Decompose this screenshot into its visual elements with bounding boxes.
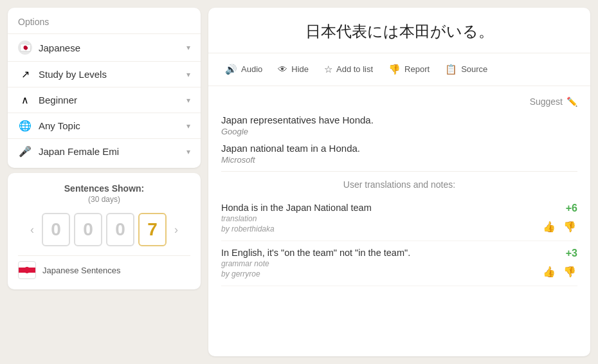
user-translation-1-upvote[interactable]: 👍 [541,219,557,234]
add-to-list-button[interactable]: ☆ Add to list [318,60,379,79]
report-button[interactable]: 👎 Report [382,60,436,79]
topic-chevron-icon: ▾ [186,122,190,131]
digit-2: 0 [106,213,134,246]
language-flag: 🇯🇵 [18,41,32,55]
content-area: Suggest ✏️ Japan representatives have Ho… [208,86,590,356]
user-translation-1-by: by roberthidaka [221,224,372,233]
user-translation-2-downvote[interactable]: 👎 [562,264,577,279]
digit-0: 0 [42,213,70,246]
options-card: Options 🇯🇵 Japanese ▾ ↗ Study by Levels … [8,8,201,168]
topic-icon: 🌐 [18,120,32,132]
digit-3: 7 [138,213,167,246]
hide-label: Hide [291,64,309,74]
study-mode-label: Study by Levels [39,69,180,80]
counter-next-button[interactable]: › [170,221,182,239]
source-label: Source [461,64,487,74]
source-button[interactable]: 📋 Source [439,60,494,79]
hide-button[interactable]: 👁 Hide [271,60,315,78]
suggest-button[interactable]: Suggest ✏️ [530,96,577,107]
counter-prev-button[interactable]: ‹ [26,221,38,239]
action-bar: 🔊 Audio 👁 Hide ☆ Add to list 👎 Report 📋 … [208,53,590,86]
footer-flag [18,261,36,279]
level-label: Beginner [39,95,180,105]
right-panel: 日本代表には本田がいる。 🔊 Audio 👁 Hide ☆ Add to lis… [208,8,590,356]
suggest-label: Suggest [530,96,563,107]
counter-title: Sentences Shown: [18,183,190,194]
voice-label: Japan Female Emi [39,146,180,157]
level-chevron-icon: ▾ [186,96,190,105]
counter-subtitle: (30 days) [18,195,190,204]
google-translation-source: Google [221,127,577,136]
language-chevron-icon: ▾ [186,43,190,52]
user-translation-2-type: grammar note [221,259,410,268]
user-translation-1-text: Honda is in the Japan National team [221,203,372,213]
voice-chevron-icon: ▾ [186,147,190,156]
japanese-sentence: 日本代表には本田がいる。 [221,21,577,42]
user-translation-1-downvote[interactable]: 👎 [562,219,577,234]
user-translation-2-score: +3 [566,248,577,259]
topic-row[interactable]: 🌐 Any Topic ▾ [8,113,201,138]
suggest-row: Suggest ✏️ [221,96,577,107]
user-translation-2-vote-row: 👍 👎 [541,264,577,279]
footer-label: Japanese Sentences [42,266,120,275]
counter-footer: Japanese Sentences [18,255,190,279]
user-translations-header: User translations and notes: [221,171,577,196]
user-translation-row: In English, it's "on the team" not "in t… [221,241,577,286]
options-title: Options [8,17,201,33]
user-translation-2-by: by gerryroe [221,269,410,278]
user-translation-row: Honda is in the Japan National team tran… [221,196,577,241]
report-icon: 👎 [388,64,401,75]
topic-label: Any Topic [39,120,180,131]
study-mode-icon: ↗ [18,68,32,80]
counter-row: ‹ 0 0 0 7 › [18,213,190,246]
user-translation-1-main: Honda is in the Japan National team tran… [221,203,577,234]
user-translation-2-upvote[interactable]: 👍 [541,264,557,279]
level-icon: ∧ [18,94,32,106]
google-translation-text: Japan representatives have Honda. [221,114,577,125]
audio-button[interactable]: 🔊 Audio [219,60,269,79]
user-translation-2-main: In English, it's "on the team" not "in t… [221,248,577,279]
add-to-list-label: Add to list [336,64,373,74]
digit-1: 0 [74,213,102,246]
microsoft-translation-text: Japan national team in a Honda. [221,143,577,154]
voice-row[interactable]: 🎤 Japan Female Emi ▾ [8,138,201,164]
user-translation-1-score: +6 [566,203,577,214]
source-icon: 📋 [445,64,457,75]
microsoft-translation-block: Japan national team in a Honda. Microsof… [221,143,577,165]
google-translation-block: Japan representatives have Honda. Google [221,114,577,136]
hide-icon: 👁 [278,64,287,75]
study-mode-row[interactable]: ↗ Study by Levels ▾ [8,61,201,87]
add-to-list-icon: ☆ [324,64,332,75]
audio-icon: 🔊 [225,64,237,75]
user-translation-1-type: translation [221,214,372,223]
voice-icon: 🎤 [18,145,32,158]
left-panel: Options 🇯🇵 Japanese ▾ ↗ Study by Levels … [8,8,201,356]
report-label: Report [404,64,430,74]
suggest-edit-icon: ✏️ [566,96,577,107]
language-row[interactable]: 🇯🇵 Japanese ▾ [8,33,201,61]
counter-card: Sentences Shown: (30 days) ‹ 0 0 0 7 › J… [8,173,201,289]
microsoft-translation-source: Microsoft [221,155,577,165]
language-label: Japanese [39,42,180,53]
study-mode-chevron-icon: ▾ [186,70,190,79]
sentence-header: 日本代表には本田がいる。 [208,8,590,53]
user-translation-2-text: In English, it's "on the team" not "in t… [221,248,410,258]
audio-label: Audio [241,64,262,74]
level-row[interactable]: ∧ Beginner ▾ [8,87,201,113]
user-translation-1-vote-row: 👍 👎 [541,219,577,234]
